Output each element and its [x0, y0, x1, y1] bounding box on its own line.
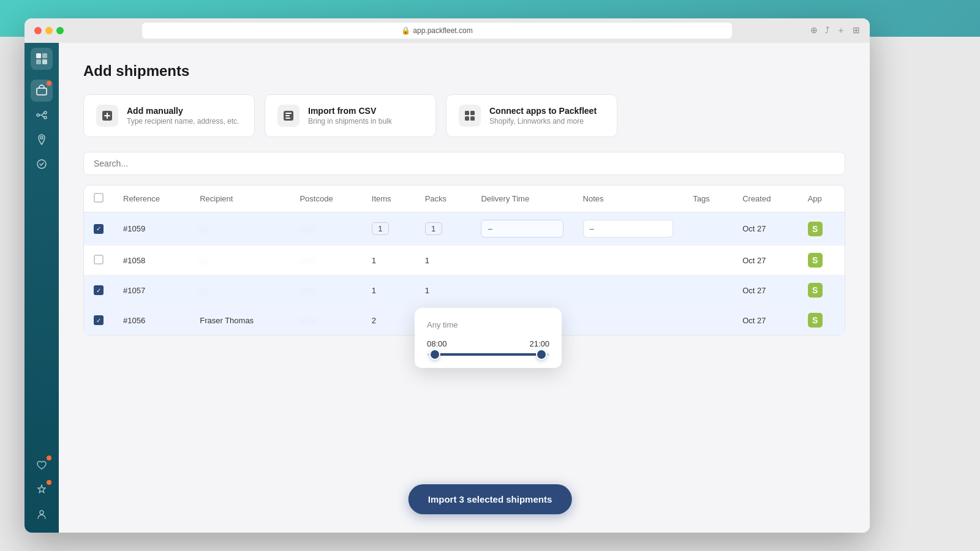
time-slider-track[interactable] [427, 353, 549, 356]
url-text: app.packfleet.com [413, 26, 472, 35]
browser-actions: ⊕ ⤴ ＋ ⊞ [810, 25, 860, 36]
table-row: #1058 ··· ··· ··· 1 1 Oct 27 S [84, 246, 845, 276]
close-button[interactable] [34, 27, 42, 34]
row-1059-delivery-time[interactable]: – [471, 212, 573, 246]
import-csv-icon [277, 105, 300, 127]
row-1056-items: 2 [362, 305, 415, 335]
connect-apps-icon [459, 105, 481, 127]
lock-icon: 🔒 [401, 26, 410, 35]
add-manually-card[interactable]: Add manually Type recipient name, addres… [83, 94, 255, 137]
col-app: App [798, 186, 845, 212]
favorites-badge [47, 455, 51, 460]
sidebar-item-profile[interactable] [31, 503, 53, 525]
row-1058-delivery-time [471, 246, 573, 276]
row-1057-notes [573, 276, 684, 305]
svg-point-7 [44, 116, 47, 119]
row-1056-recipient: Fraser Thomas [190, 305, 290, 335]
delivery-time-input-1059[interactable]: – [481, 220, 563, 238]
col-created: Created [733, 186, 798, 212]
shopify-icon-1057: S [808, 283, 823, 298]
row-1058-checkbox-cell [84, 246, 113, 276]
row-1059-reference: #1059 [113, 212, 190, 246]
select-all-checkbox[interactable] [94, 193, 104, 203]
row-1059-postcode: ··· ··· [290, 212, 361, 246]
row-1059-notes[interactable]: – [573, 212, 684, 246]
svg-rect-1 [42, 53, 47, 58]
sidebar-item-routes[interactable] [31, 104, 53, 126]
shopify-icon-1058: S [808, 253, 823, 268]
row-1059-checkbox[interactable]: ✓ [94, 224, 104, 234]
row-1056-app: S [798, 305, 845, 335]
row-1058-packs: 1 [415, 246, 472, 276]
svg-rect-0 [36, 53, 41, 58]
import-button[interactable]: Import 3 selected shipments [409, 484, 572, 514]
row-1058-notes [573, 246, 684, 276]
app-container: Add shipments Add manually Type recipien… [24, 43, 870, 533]
sidebar [24, 43, 59, 533]
start-time-label: 08:00 [427, 339, 447, 348]
row-1056-notes [573, 305, 684, 335]
svg-rect-17 [470, 111, 475, 115]
svg-rect-4 [37, 88, 47, 95]
row-1059-items: 1 [362, 212, 415, 246]
col-tags: Tags [683, 186, 733, 212]
notes-input-1059[interactable]: – [583, 220, 674, 238]
time-range-labels: 08:00 21:00 [427, 339, 549, 348]
col-items: Items [362, 186, 415, 212]
app-logo[interactable] [31, 48, 53, 70]
svg-point-5 [37, 114, 39, 116]
connect-apps-card[interactable]: Connect apps to Packfleet Shopify, Linnw… [446, 94, 617, 137]
slider-thumb-end[interactable] [536, 349, 547, 360]
row-1057-postcode: ··· ··· [290, 276, 361, 305]
svg-rect-19 [470, 116, 475, 121]
sidebar-item-sparkles[interactable] [31, 479, 53, 501]
search-input[interactable] [83, 152, 845, 175]
row-1057-items: 1 [362, 276, 415, 305]
row-1056-checkbox[interactable]: ✓ [94, 315, 104, 325]
row-1057-reference: #1057 [113, 276, 190, 305]
svg-rect-2 [36, 59, 41, 64]
address-bar[interactable]: 🔒 app.packfleet.com [142, 23, 732, 39]
row-1057-created: Oct 27 [733, 276, 798, 305]
any-time-label: Any time [427, 320, 549, 329]
table-header-row: Reference Recipient Postcode Items Packs… [84, 186, 845, 212]
slider-fill [433, 353, 543, 356]
sidebar-toggle-icon[interactable]: ⊞ [853, 25, 860, 36]
slider-thumb-start[interactable] [429, 349, 440, 360]
row-1058-postcode: ··· ··· [290, 246, 361, 276]
row-1058-reference: #1058 [113, 246, 190, 276]
row-1058-recipient: ··· [190, 246, 290, 276]
sparkles-badge [47, 480, 51, 485]
svg-rect-14 [285, 115, 290, 116]
row-1057-checkbox-cell: ✓ [84, 276, 113, 305]
row-1059-checkbox-cell: ✓ [84, 212, 113, 246]
maximize-button[interactable] [56, 27, 64, 34]
svg-rect-18 [465, 116, 469, 121]
page-title: Add shipments [83, 62, 845, 80]
new-tab-icon[interactable]: ＋ [837, 25, 845, 36]
row-1057-delivery-time [471, 276, 573, 305]
minimize-button[interactable] [45, 27, 53, 34]
import-csv-card[interactable]: Import from CSV Bring in shipments in bu… [265, 94, 436, 137]
sidebar-item-locations[interactable] [31, 129, 53, 151]
sidebar-item-checks[interactable] [31, 153, 53, 175]
row-1057-tags [683, 276, 733, 305]
sidebar-item-shipments[interactable] [31, 80, 53, 102]
row-1059-tags [683, 212, 733, 246]
svg-rect-3 [42, 59, 47, 64]
table-container: Reference Recipient Postcode Items Packs… [83, 185, 845, 335]
row-1057-packs: 1 [415, 276, 472, 305]
traffic-lights [34, 27, 64, 34]
row-1057-app: S [798, 276, 845, 305]
row-1057-checkbox[interactable]: ✓ [94, 285, 104, 295]
svg-point-10 [40, 511, 43, 514]
sidebar-item-favorites[interactable] [31, 454, 53, 476]
row-1056-postcode: ··· ··· [290, 305, 361, 335]
downloads-icon[interactable]: ⊕ [810, 25, 818, 36]
row-1057-recipient: ··· [190, 276, 290, 305]
row-1058-checkbox[interactable] [94, 255, 104, 264]
row-1059-created: Oct 27 [733, 212, 798, 246]
share-icon[interactable]: ⤴ [825, 25, 829, 36]
end-time-label: 21:00 [529, 339, 549, 348]
col-delivery-time: Delivery Time [471, 186, 573, 212]
